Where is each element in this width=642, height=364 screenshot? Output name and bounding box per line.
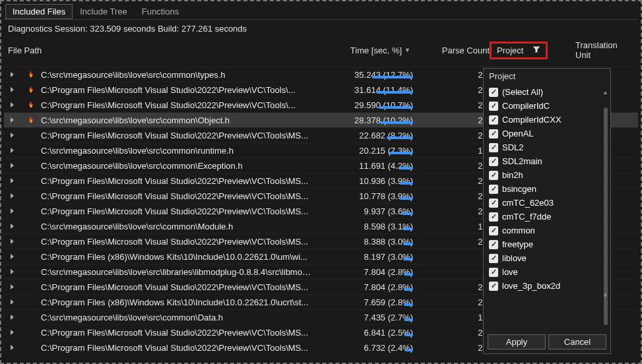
filter-item-label: common bbox=[502, 226, 535, 235]
filter-item[interactable]: ✓love_3p_box2d bbox=[488, 279, 606, 293]
file-path: C:\src\megasource\libs\love\src\common\D… bbox=[41, 313, 314, 322]
file-path: C:\Program Files (x86)\Windows Kits\10\I… bbox=[41, 297, 314, 307]
time-cell: 20.215 (7.3%) bbox=[314, 146, 433, 156]
checkbox-icon[interactable]: ✓ bbox=[489, 226, 498, 235]
file-path: C:\Program Files\Microsoft Visual Studio… bbox=[41, 85, 314, 95]
filter-item-label: OpenAL bbox=[502, 129, 534, 138]
filter-item[interactable]: ✓cmTC_f7dde bbox=[488, 210, 606, 224]
tab-include-tree[interactable]: Include Tree bbox=[73, 4, 135, 19]
expand-icon[interactable] bbox=[11, 239, 26, 244]
expand-icon[interactable] bbox=[11, 87, 26, 92]
time-cell: 7.659 (2.8%) bbox=[314, 297, 433, 307]
checkbox-icon[interactable]: ✓ bbox=[489, 185, 498, 194]
checkbox-icon[interactable]: ✓ bbox=[489, 157, 498, 166]
filter-item[interactable]: ✓bsincgen bbox=[488, 182, 606, 196]
filter-item-label: bsincgen bbox=[502, 184, 536, 194]
checkbox-icon[interactable]: ✓ bbox=[489, 129, 498, 138]
checkbox-icon[interactable]: ✓ bbox=[489, 88, 498, 97]
expand-icon[interactable] bbox=[11, 208, 26, 214]
file-path: C:\Program Files\Microsoft Visual Studio… bbox=[41, 237, 314, 247]
filter-item-label: freetype bbox=[502, 239, 533, 249]
file-path: C:\Program Files\Microsoft Visual Studio… bbox=[41, 282, 314, 292]
time-cell: 31.614 (11.4%) bbox=[314, 85, 433, 95]
apply-button[interactable]: Apply bbox=[488, 334, 546, 349]
filter-item[interactable]: ✓CompilerIdC bbox=[488, 99, 606, 113]
filter-item[interactable]: ✓(Select All) bbox=[488, 85, 606, 99]
filter-item[interactable]: ✓bin2h bbox=[488, 168, 606, 182]
expand-icon[interactable] bbox=[11, 330, 26, 335]
expand-icon[interactable] bbox=[11, 133, 26, 138]
checkbox-icon[interactable]: ✓ bbox=[489, 212, 498, 222]
checkbox-icon[interactable]: ✓ bbox=[489, 268, 498, 277]
header-translation-unit[interactable]: Translation Unit bbox=[575, 40, 634, 60]
file-path: C:\Program Files\Microsoft Visual Studio… bbox=[41, 206, 314, 216]
filter-header: Project bbox=[484, 69, 610, 84]
filter-item-label: love bbox=[502, 267, 518, 277]
filter-item[interactable]: ✓common bbox=[488, 224, 606, 237]
file-path: C:\src\megasource\libs\love\src\common\r… bbox=[41, 146, 314, 156]
checkbox-icon[interactable]: ✓ bbox=[489, 102, 498, 111]
time-cell: 29.590 (10.7%) bbox=[314, 100, 433, 110]
file-path: C:\src\megasource\libs\love\src\common\M… bbox=[41, 222, 314, 231]
checkbox-icon[interactable]: ✓ bbox=[489, 282, 498, 291]
time-cell: 11.691 (4.2%) bbox=[314, 161, 433, 171]
cancel-button[interactable]: Cancel bbox=[548, 334, 606, 349]
flame-icon bbox=[26, 85, 41, 94]
expand-icon[interactable] bbox=[11, 299, 26, 305]
time-cell: 22.682 (8.2%) bbox=[314, 131, 433, 140]
time-cell: 6.732 (2.4%) bbox=[314, 343, 433, 353]
checkbox-icon[interactable]: ✓ bbox=[489, 171, 498, 180]
filter-item[interactable]: ✓SDL2main bbox=[488, 154, 606, 168]
time-cell: 7.804 (2.8%) bbox=[314, 282, 433, 292]
expand-icon[interactable] bbox=[11, 72, 26, 77]
checkbox-icon[interactable]: ✓ bbox=[489, 240, 498, 249]
filter-item[interactable]: ✓liblove bbox=[488, 251, 606, 265]
scroll-down-icon[interactable]: ▼ bbox=[602, 292, 608, 299]
expand-icon[interactable] bbox=[11, 269, 26, 274]
filter-item[interactable]: ✓OpenAL bbox=[488, 127, 606, 140]
filter-item[interactable]: ✓freetype bbox=[488, 237, 606, 251]
checkbox-icon[interactable]: ✓ bbox=[489, 115, 498, 125]
expand-icon[interactable] bbox=[11, 102, 26, 107]
column-headers: File Path Time [sec, %] ▼ Parse Count Pr… bbox=[4, 38, 638, 67]
header-file-path[interactable]: File Path bbox=[8, 40, 311, 60]
project-filter-popup: Project ▲ ▼ ✓(Select All)✓CompilerIdC✓Co… bbox=[483, 68, 611, 354]
file-path: C:\src\megasource\libs\love\src\common\E… bbox=[41, 161, 314, 171]
expand-icon[interactable] bbox=[11, 163, 26, 168]
header-parse-count[interactable]: Parse Count bbox=[430, 40, 490, 60]
checkbox-icon[interactable]: ✓ bbox=[489, 198, 498, 208]
expand-icon[interactable] bbox=[11, 284, 26, 289]
tabs: Included Files Include Tree Functions bbox=[4, 4, 638, 20]
header-time[interactable]: Time [sec, %] ▼ bbox=[311, 40, 430, 60]
scroll-up-icon[interactable]: ▲ bbox=[602, 89, 608, 96]
time-cell: 10.778 (3.9%) bbox=[314, 191, 433, 201]
expand-icon[interactable] bbox=[11, 315, 26, 320]
tab-included-files[interactable]: Included Files bbox=[5, 4, 73, 19]
expand-icon[interactable] bbox=[11, 254, 26, 259]
filter-item[interactable]: ✓SDL2 bbox=[488, 140, 606, 154]
expand-icon[interactable] bbox=[11, 224, 26, 229]
filter-item[interactable]: ✓love bbox=[488, 265, 606, 279]
filter-item-label: SDL2main bbox=[502, 156, 542, 166]
time-cell: 8.598 (3.1%) bbox=[314, 222, 433, 231]
file-path: C:\src\megasource\libs\love\src\librarie… bbox=[41, 267, 314, 277]
expand-icon[interactable] bbox=[11, 193, 26, 198]
filter-item[interactable]: ✓cmTC_62e03 bbox=[488, 196, 606, 210]
expand-icon[interactable] bbox=[11, 117, 26, 123]
filter-item[interactable]: ✓CompilerIdCXX bbox=[488, 113, 606, 127]
file-path: C:\Program Files\Microsoft Visual Studio… bbox=[41, 100, 314, 110]
header-project[interactable]: Project bbox=[490, 40, 575, 60]
filter-item-label: liblove bbox=[502, 253, 527, 263]
expand-icon[interactable] bbox=[11, 148, 26, 153]
session-info: Diagnostics Session: 323.509 seconds Bui… bbox=[4, 20, 638, 38]
expand-icon[interactable] bbox=[11, 345, 26, 350]
file-path: C:\src\megasource\libs\love\src\common\O… bbox=[41, 115, 314, 125]
tab-functions[interactable]: Functions bbox=[135, 4, 186, 19]
checkbox-icon[interactable]: ✓ bbox=[489, 254, 498, 263]
expand-icon[interactable] bbox=[11, 178, 26, 183]
filter-item-label: love_3p_box2d bbox=[502, 281, 560, 291]
file-path: C:\Program Files\Microsoft Visual Studio… bbox=[41, 328, 314, 338]
checkbox-icon[interactable]: ✓ bbox=[489, 143, 498, 152]
time-cell: 9.937 (3.6%) bbox=[314, 206, 433, 216]
file-path: C:\Program Files\Microsoft Visual Studio… bbox=[41, 191, 314, 201]
